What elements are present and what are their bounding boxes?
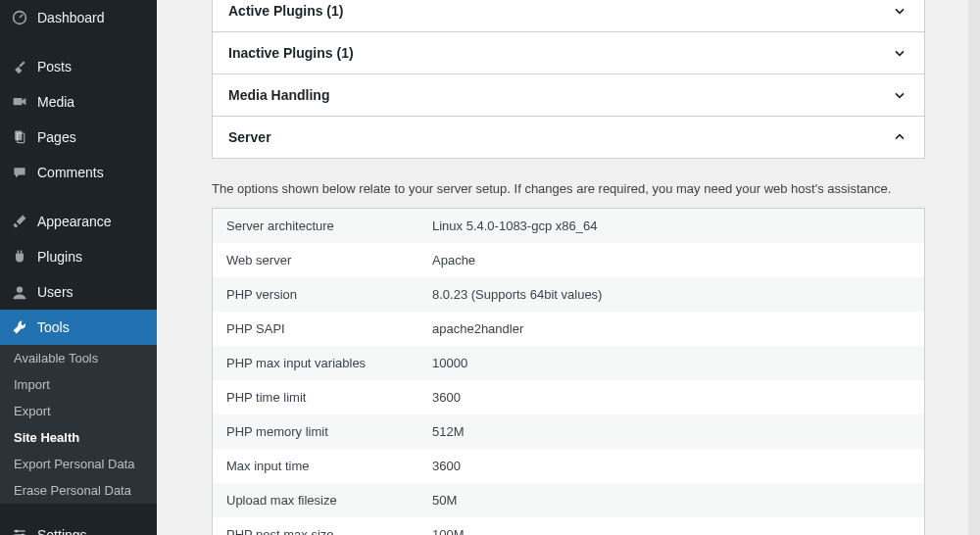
settings-icon (10, 525, 29, 535)
table-row: PHP max input variables 10000 (213, 346, 924, 380)
nav-settings-label: Settings (37, 527, 87, 535)
svg-point-4 (17, 286, 23, 292)
nav-appearance-label: Appearance (37, 214, 112, 229)
table-row-highlighted: PHP version 8.0.23 (Supports 64bit value… (213, 277, 924, 312)
subnav-import[interactable]: Import (0, 371, 157, 398)
panel-active-plugins-title: Active Plugins (1) (228, 3, 343, 19)
chevron-down-icon (891, 86, 908, 104)
cell-value: 100M (418, 517, 924, 535)
nav-posts[interactable]: Posts (0, 49, 157, 84)
nav-pages[interactable]: Pages (0, 120, 157, 155)
cell-value: 10000 (418, 346, 924, 380)
table-row: PHP SAPI apache2handler (213, 312, 924, 346)
nav-comments-label: Comments (37, 165, 104, 180)
nav-plugins-label: Plugins (37, 249, 82, 265)
tools-submenu: Available Tools Import Export Site Healt… (0, 345, 157, 504)
nav-dashboard-label: Dashboard (37, 10, 105, 25)
cell-key: Max input time (213, 449, 418, 483)
comments-icon (10, 163, 29, 182)
subnav-erase-personal-data[interactable]: Erase Personal Data (0, 477, 157, 504)
pin-icon (10, 57, 29, 76)
svg-point-8 (15, 529, 18, 532)
table-row: Upload max filesize 50M (213, 483, 924, 517)
nav-users[interactable]: Users (0, 274, 157, 310)
cell-value: 3600 (418, 380, 924, 414)
chevron-down-icon (891, 2, 908, 20)
panel-media-handling[interactable]: Media Handling (212, 73, 925, 117)
server-description: The options shown below relate to your s… (212, 158, 925, 208)
nav-tools-label: Tools (37, 319, 70, 335)
chevron-up-icon (891, 128, 908, 146)
cell-value: 512M (418, 414, 924, 449)
cell-value: Apache (418, 243, 924, 277)
cell-key: PHP memory limit (213, 414, 418, 449)
panel-server[interactable]: Server (212, 116, 925, 159)
nav-settings[interactable]: Settings (0, 517, 157, 535)
subnav-site-health[interactable]: Site Health (0, 424, 157, 451)
cell-key: PHP post max size (213, 517, 418, 535)
nav-media[interactable]: Media (0, 84, 157, 120)
panel-inactive-plugins-title: Inactive Plugins (1) (228, 45, 354, 61)
nav-users-label: Users (37, 284, 74, 300)
panel-server-title: Server (228, 129, 271, 145)
wrench-icon (10, 317, 29, 337)
cell-key: Web server (213, 243, 418, 277)
panel-active-plugins[interactable]: Active Plugins (1) (212, 0, 925, 32)
svg-rect-2 (15, 131, 22, 141)
cell-value: 8.0.23 (Supports 64bit values) (418, 277, 924, 312)
table-row: Max input time 3600 (213, 449, 924, 483)
nav-tools[interactable]: Tools (0, 310, 157, 345)
cell-value: apache2handler (418, 312, 924, 346)
cell-key: Server architecture (213, 209, 418, 243)
table-row: PHP post max size 100M (213, 517, 924, 535)
cell-value: 50M (418, 483, 924, 517)
table-row: Web server Apache (213, 243, 924, 277)
chevron-down-icon (891, 44, 908, 62)
user-icon (10, 282, 29, 302)
dashboard-icon (10, 8, 29, 27)
table-row: PHP time limit 3600 (213, 380, 924, 414)
main-content: Active Plugins (1) Inactive Plugins (1) … (157, 0, 980, 535)
subnav-available-tools[interactable]: Available Tools (0, 345, 157, 371)
nav-pages-label: Pages (37, 129, 76, 145)
media-icon (10, 92, 29, 112)
nav-appearance[interactable]: Appearance (0, 204, 157, 239)
window-edge (968, 0, 980, 535)
pages-icon (10, 127, 29, 147)
cell-key: PHP version (213, 277, 418, 312)
table-row: Server architecture Linux 5.4.0-1083-gcp… (213, 209, 924, 243)
server-table: Server architecture Linux 5.4.0-1083-gcp… (212, 208, 925, 535)
cell-key: PHP time limit (213, 380, 418, 414)
svg-rect-1 (14, 98, 23, 105)
nav-posts-label: Posts (37, 59, 72, 74)
cell-value: 3600 (418, 449, 924, 483)
cell-key: PHP SAPI (213, 312, 418, 346)
panel-media-handling-title: Media Handling (228, 87, 329, 103)
nav-comments[interactable]: Comments (0, 155, 157, 190)
cell-key: Upload max filesize (213, 483, 418, 517)
nav-plugins[interactable]: Plugins (0, 239, 157, 274)
admin-sidebar: Dashboard Posts Media Pages Comments App… (0, 0, 157, 535)
table-row: PHP memory limit 512M (213, 414, 924, 449)
subnav-export-personal-data[interactable]: Export Personal Data (0, 451, 157, 477)
cell-value: Linux 5.4.0-1083-gcp x86_64 (418, 209, 924, 243)
plug-icon (10, 247, 29, 267)
cell-key: PHP max input variables (213, 346, 418, 380)
nav-dashboard[interactable]: Dashboard (0, 0, 157, 35)
nav-media-label: Media (37, 94, 74, 110)
panel-inactive-plugins[interactable]: Inactive Plugins (1) (212, 31, 925, 74)
subnav-export[interactable]: Export (0, 398, 157, 424)
brush-icon (10, 212, 29, 231)
